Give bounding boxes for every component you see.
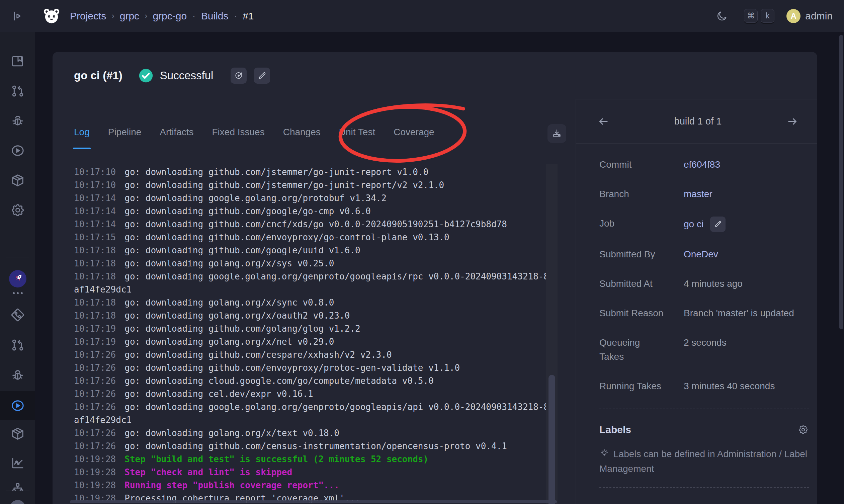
labels-tip-text: Labels can be defined in Administration …: [599, 449, 807, 474]
breadcrumb-item-builds[interactable]: Builds: [201, 11, 229, 22]
log-timestamp: 10:17:26: [74, 402, 116, 412]
rerun-build-button[interactable]: [231, 68, 247, 84]
shortcut-key: k: [761, 9, 774, 23]
sidebar-collapse-button[interactable]: [0, 0, 35, 32]
log-timestamp: 10:19:28: [74, 480, 116, 490]
detail-value[interactable]: go ci: [684, 217, 703, 231]
sidebar-project-sitemap-icon[interactable]: [0, 482, 35, 491]
log-timestamp: 10:17:18: [74, 298, 116, 308]
sidebar-project-git-diamond-icon[interactable]: [0, 308, 35, 322]
arrow-left-icon: [597, 115, 609, 127]
build-pager: build 1 of 1: [576, 100, 817, 144]
tab-coverage[interactable]: Coverage: [394, 127, 434, 138]
detail-value: 2 seconds: [684, 336, 726, 350]
build-title: go ci (#1): [74, 69, 123, 82]
log-message: Running step "publish coverage report"..…: [125, 480, 339, 490]
dark-mode-toggle[interactable]: [716, 11, 728, 22]
log-timestamp: 10:17:18: [74, 310, 116, 321]
log-timestamp: 10:17:18: [74, 258, 116, 268]
log-horizontal-scrollbar[interactable]: [70, 500, 557, 503]
log-line: 10:17:18go: downloading golang.org/x/sys…: [74, 257, 552, 270]
sidebar-project-package-icon[interactable]: [0, 426, 35, 441]
log-timestamp: 10:17:14: [74, 206, 116, 216]
log-timestamp: 10:17:10: [74, 180, 116, 190]
log-line: 10:17:14go: downloading github.com/cncf/…: [74, 218, 552, 231]
shortcut-key: ⌘: [744, 9, 758, 23]
labels-settings-button[interactable]: [798, 424, 809, 435]
log-line: 10:17:26go: downloading github.com/envoy…: [74, 361, 552, 375]
sidebar-gear-icon[interactable]: [0, 203, 35, 218]
avatar[interactable]: A: [787, 9, 801, 23]
username[interactable]: admin: [805, 11, 832, 22]
card-body: LogPipelineArtifactsFixed IssuesChangesU…: [53, 99, 817, 504]
lightbulb-icon: [599, 448, 609, 458]
edit-build-button[interactable]: [254, 68, 270, 84]
detail-value[interactable]: ef604f83: [684, 158, 720, 172]
tab-changes[interactable]: Changes: [283, 127, 321, 138]
detail-row-submitted-by: Submitted ByOneDev: [599, 247, 810, 262]
divider: [599, 409, 809, 409]
download-log-button[interactable]: [547, 124, 566, 143]
build-details-panel: build 1 of 1 Commitef604f83BranchmasterJ…: [576, 99, 817, 504]
top-navbar: Projects›grpc›grpc-go·Builds·#1 ⌘k A adm…: [0, 0, 844, 32]
log-timestamp: 10:17:26: [74, 441, 116, 451]
tab-artifacts[interactable]: Artifacts: [160, 127, 194, 138]
detail-label: Submitted By: [599, 247, 684, 262]
sidebar-play-circle-icon[interactable]: [0, 143, 35, 158]
sidebar-project-play-circle-icon-active[interactable]: [0, 391, 35, 420]
detail-row-submit-reason: Submit ReasonBranch 'master' is updated: [599, 306, 810, 320]
sidebar-project-more-icon[interactable]: [0, 286, 35, 301]
keyboard-shortcut[interactable]: ⌘k: [741, 9, 774, 23]
detail-label: Branch: [599, 187, 684, 201]
log-message: Step "check and lint" is skipped: [125, 467, 292, 477]
help-icon: ?: [15, 502, 20, 504]
tab-unit-test[interactable]: Unit Test: [339, 127, 375, 138]
breadcrumb-item-projects[interactable]: Projects: [70, 11, 106, 22]
breadcrumb-item-grpc-go[interactable]: grpc-go: [152, 11, 187, 22]
log-line: 10:17:10go: downloading github.com/jstem…: [74, 166, 552, 179]
help-button[interactable]: ?: [10, 500, 25, 504]
log-message: go: downloading golang.org/x/net v0.29.0: [125, 337, 334, 347]
sidebar-book-icon[interactable]: [0, 54, 35, 69]
detail-value[interactable]: OneDev: [684, 247, 718, 262]
log-timestamp: 10:17:10: [74, 167, 116, 177]
log-message: go: downloading golang.org/x/sync v0.8.0: [125, 298, 334, 308]
log-message: go: downloading golang.org/x/sys v0.25.0: [125, 258, 334, 268]
log-line: 10:17:14go: downloading google.golang.or…: [74, 192, 552, 205]
prev-build-button[interactable]: [597, 115, 609, 127]
tab-pipeline[interactable]: Pipeline: [108, 127, 142, 138]
next-build-button[interactable]: [787, 115, 798, 127]
sidebar-package-icon[interactable]: [0, 173, 35, 188]
download-icon: [552, 128, 562, 139]
detail-value: 3 minutes 40 seconds: [684, 379, 775, 393]
sidebar-project-bug-icon[interactable]: [0, 368, 35, 382]
tab-log[interactable]: Log: [74, 127, 90, 138]
onedev-logo[interactable]: [42, 7, 60, 25]
sidebar-project-pull-request-icon[interactable]: [0, 338, 35, 353]
detail-label: Submit Reason: [599, 306, 684, 320]
edit-job-button[interactable]: [710, 217, 725, 232]
sidebar: ?: [0, 32, 35, 504]
sidebar-project-chart-icon[interactable]: [0, 456, 35, 470]
sidebar-pull-request-icon[interactable]: [0, 84, 35, 98]
log-timestamp: 10:17:14: [74, 193, 116, 203]
log-message: go: downloading cloud.google.com/go/comp…: [125, 376, 434, 386]
log-message: go: downloading github.com/google/go-cmp…: [125, 206, 371, 216]
page-scrollbar[interactable]: [839, 35, 843, 329]
log-message: go: downloading golang.org/x/text v0.18.…: [125, 428, 339, 438]
log-scrollbar-thumb[interactable]: [549, 375, 555, 504]
tab-fixed-issues[interactable]: Fixed Issues: [212, 127, 265, 138]
build-header: go ci (#1) Successful: [53, 52, 817, 99]
log-line: 10:17:26go: downloading github.com/censu…: [74, 440, 552, 453]
log-timestamp: 10:17:26: [74, 389, 116, 399]
sidebar-bug-icon[interactable]: [0, 113, 35, 128]
build-log: 10:17:10go: downloading github.com/jstem…: [53, 150, 552, 504]
breadcrumb-item-grpc[interactable]: grpc: [120, 11, 139, 22]
detail-row-job: Jobgo ci: [599, 217, 810, 232]
log-line: 10:17:19go: downloading golang.org/x/net…: [74, 335, 552, 348]
navbar-right: ⌘k A admin: [716, 9, 844, 23]
project-rocket-avatar[interactable]: [9, 270, 26, 287]
detail-value[interactable]: master: [684, 187, 713, 201]
build-status: Successful: [160, 69, 214, 82]
log-line: 10:17:19go: downloading github.com/golan…: [74, 322, 552, 335]
